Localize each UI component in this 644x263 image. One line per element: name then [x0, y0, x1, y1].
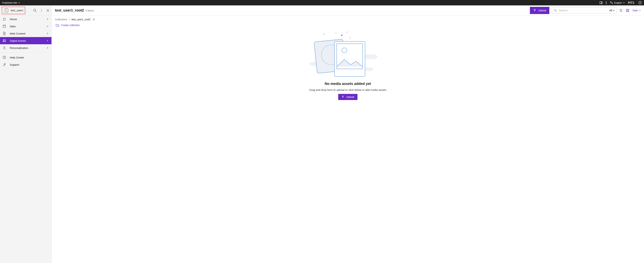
- published-site-dropdown[interactable]: Published Site: [2, 1, 20, 4]
- primary-nav: Home Sites Web Content: [0, 15, 52, 51]
- svg-point-30: [346, 32, 348, 33]
- page-title: test_user1_root2: [55, 8, 84, 12]
- empty-upload-button[interactable]: Upload: [338, 94, 357, 100]
- avatar-icon: [4, 8, 9, 13]
- sort-dropdown[interactable]: Date: [632, 9, 641, 12]
- breadcrumb-root[interactable]: Collections: [55, 18, 67, 21]
- create-collection-button[interactable]: Create collection: [52, 21, 644, 29]
- kebab-menu-icon[interactable]: [606, 1, 606, 4]
- chevron-right-icon: [46, 32, 49, 35]
- svg-point-18: [4, 58, 4, 58]
- user-chip[interactable]: test_user1: [2, 7, 25, 14]
- nav-item-personalization[interactable]: Personalization: [0, 44, 52, 51]
- window-mode-icon[interactable]: [599, 1, 602, 4]
- caret-down-icon: [639, 9, 641, 11]
- nav-item-home[interactable]: Home: [0, 15, 52, 23]
- svg-point-21: [621, 11, 622, 11]
- caret-down-icon: [623, 2, 625, 3]
- chevron-right-icon: [46, 18, 49, 20]
- nav-item-sites[interactable]: Sites: [0, 23, 52, 30]
- username-label: test_user1: [11, 9, 24, 12]
- secondary-nav: Help Center Support: [0, 54, 52, 68]
- chevron-down-icon: [46, 25, 49, 28]
- sidebar-header: test_user1: [0, 5, 52, 15]
- language-selector[interactable]: English: [610, 1, 625, 4]
- nav-item-web-content[interactable]: Web Content: [0, 30, 52, 37]
- svg-rect-34: [334, 41, 365, 76]
- upload-icon: [533, 9, 536, 12]
- svg-point-16: [4, 47, 5, 48]
- svg-rect-1: [601, 2, 602, 3]
- nav-item-label: Digital Assets: [10, 39, 42, 42]
- nav-item-label: Sites: [10, 25, 42, 28]
- svg-point-3: [606, 2, 606, 3]
- breadcrumb-current: test_user1_root2: [72, 18, 90, 21]
- caret-down-icon: [613, 9, 615, 11]
- nav-item-label: Personalization: [10, 46, 42, 49]
- svg-point-2: [606, 1, 606, 2]
- sort-label: Date: [632, 9, 638, 12]
- breadcrumb-separator: /: [69, 18, 70, 21]
- items-count: 0 items: [86, 9, 94, 12]
- sites-icon: [2, 24, 6, 28]
- content-area: test_user1_root2 0 items Upload All: [52, 5, 644, 263]
- view-grid-button[interactable]: [626, 9, 629, 12]
- svg-point-15: [4, 40, 4, 41]
- sidebar: test_user1 Home: [0, 5, 52, 263]
- svg-point-4: [606, 3, 606, 4]
- svg-point-11: [41, 10, 42, 10]
- nav-item-label: Web Content: [10, 32, 42, 35]
- image-icon: [2, 39, 6, 42]
- nav-item-help-center[interactable]: Help Center: [0, 54, 52, 61]
- svg-rect-0: [600, 1, 602, 4]
- chevron-right-icon: [46, 39, 49, 42]
- nav-divider: [0, 52, 52, 53]
- svg-point-9: [34, 9, 36, 11]
- svg-point-31: [341, 34, 342, 36]
- nav-item-digital-assets[interactable]: Digital Assets: [0, 37, 52, 44]
- breadcrumb-settings-icon[interactable]: [92, 18, 95, 21]
- sidebar-search-button[interactable]: [33, 9, 37, 12]
- wrench-icon: [2, 63, 6, 66]
- search-input[interactable]: [559, 9, 608, 12]
- search-filter-label: All: [610, 9, 612, 12]
- empty-state: No media assets added yet Drag and drop …: [52, 29, 644, 263]
- svg-rect-22: [626, 9, 627, 10]
- search-filter-dropdown[interactable]: All: [610, 9, 615, 12]
- nav-item-support[interactable]: Support: [0, 61, 52, 68]
- svg-point-19: [554, 9, 556, 11]
- brand-logo: HCL: [628, 1, 635, 4]
- sidebar-close-button[interactable]: [46, 9, 50, 12]
- sidebar-kebab-button[interactable]: [40, 9, 43, 12]
- nav-item-label: Help Center: [10, 56, 49, 59]
- upload-button-label: Upload: [538, 9, 546, 12]
- topbar: Published Site English HCL: [0, 0, 644, 5]
- breadcrumb: Collections / test_user1_root2: [52, 15, 644, 21]
- language-label: English: [614, 1, 622, 4]
- empty-subtitle: Drag and drop here to upload or click be…: [309, 88, 386, 91]
- nav-item-label: Support: [10, 63, 49, 66]
- empty-illustration: [308, 30, 388, 79]
- search-box[interactable]: All: [552, 7, 617, 14]
- create-collection-label: Create collection: [61, 24, 80, 27]
- svg-point-12: [41, 11, 42, 12]
- content-header: test_user1_root2 0 items Upload All: [52, 5, 644, 15]
- translate-icon: [610, 1, 613, 4]
- caret-down-icon: [18, 2, 20, 3]
- svg-point-8: [6, 9, 7, 10]
- brand-logo-text: HCL: [628, 1, 635, 4]
- chevron-right-icon: [46, 46, 49, 49]
- svg-rect-23: [628, 9, 629, 10]
- help-icon: [2, 56, 6, 59]
- info-icon[interactable]: [638, 1, 642, 4]
- search-icon: [554, 9, 557, 12]
- upload-button[interactable]: Upload: [530, 7, 549, 14]
- folder-plus-icon: [56, 23, 59, 27]
- empty-title: No media assets added yet: [325, 82, 371, 86]
- upload-icon: [342, 95, 344, 98]
- filter-settings-button[interactable]: [619, 9, 623, 12]
- empty-upload-label: Upload: [346, 95, 354, 98]
- svg-point-28: [371, 54, 376, 59]
- svg-point-6: [640, 2, 640, 2]
- nav-item-label: Home: [10, 18, 42, 21]
